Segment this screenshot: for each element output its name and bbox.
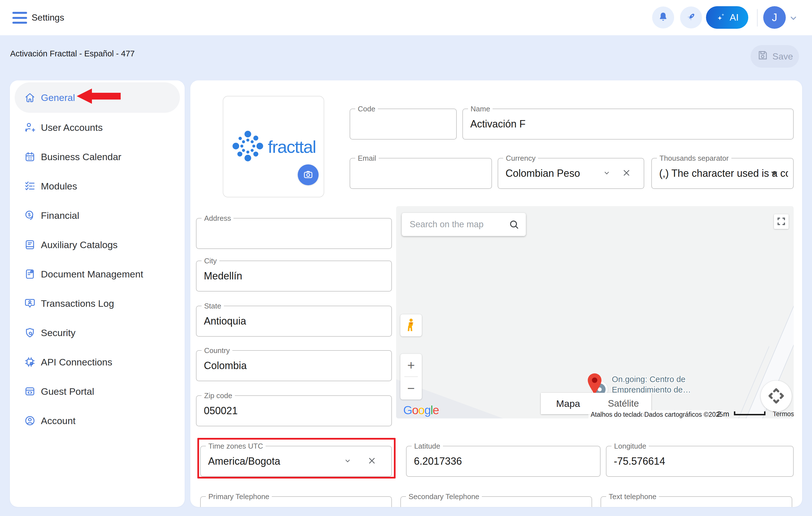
avatar[interactable]: J [763,6,786,29]
map-search-box[interactable] [402,213,526,236]
field-value [608,497,782,507]
field-value: -75.576614 [614,446,783,476]
thousands-separator-field[interactable]: Thousands separator (,) The character us… [651,158,794,189]
marker-label-line1: On.going: Centro de [612,374,691,384]
chevron-down-icon[interactable] [603,169,611,178]
sidebar-item-document-management[interactable]: Document Management [10,259,185,289]
map-marker-label[interactable]: On.going: Centro de Emprendimiento de… [612,374,691,395]
person-circle-icon [24,415,36,427]
map-data-attribution: Dados cartográficos ©2025 [642,410,725,419]
upload-photo-button[interactable] [298,164,319,185]
page-title: Settings [32,0,64,35]
clear-icon[interactable] [622,168,631,179]
text-telephone-field[interactable]: Text telephone [601,496,792,507]
rocket-icon [685,11,697,24]
longitude-field[interactable]: Longitude -75.576614 [606,446,794,477]
clear-icon[interactable] [367,456,377,467]
sidebar-item-security[interactable]: Security [10,318,185,347]
field-value: Activación F [470,109,783,139]
country-field[interactable]: Country Colombia [196,350,392,381]
camera-icon [302,169,314,181]
sidebar-item-label: Financial [41,210,79,221]
sidebar-item-transactions-log[interactable]: Transactions Log [10,289,185,318]
avatar-initial: J [772,11,777,24]
bell-icon [658,11,669,24]
menu-icon[interactable] [12,11,28,25]
field-value [408,497,581,507]
sidebar-item-business-calendar[interactable]: Business Calendar [10,142,185,171]
save-label: Save [773,51,793,62]
ai-label: AI [730,12,739,23]
pegman-icon [405,318,417,333]
chip-icon [24,356,36,368]
field-value: (,) The character used is a comma [659,159,788,188]
general-settings-panel: fracttal Code Name Activación F Email Cu… [190,80,802,507]
sparkles-icon [716,11,727,24]
latitude-field[interactable]: Latitude 6.2017336 [406,446,601,477]
sidebar-item-api-connections[interactable]: API Connections [10,347,185,377]
field-value: Colombia [204,351,381,381]
sidebar-item-account[interactable]: Account [10,406,185,435]
name-field[interactable]: Name Activación F [462,109,794,140]
sidebar-item-label: Account [41,415,76,426]
pegman-control[interactable] [400,314,422,336]
notifications-button[interactable] [652,6,674,28]
breadcrumb: Activación Fracttal - Español - 477 [10,35,135,72]
keyboard-shortcuts-link[interactable]: Atalhos do teclado [588,410,646,419]
whats-new-button[interactable] [680,6,702,28]
select-caret-icon[interactable] [771,172,777,176]
google-logo[interactable]: Google [403,403,439,417]
map-scale-label: 2 m [717,410,729,419]
pan-arrows-icon [766,386,786,407]
settings-sidebar: General User Accounts Business Calendar … [10,80,185,507]
field-value [204,219,381,249]
field-value [357,159,481,188]
currency-field[interactable]: Currency Colombian Peso [498,158,644,189]
field-value [208,497,381,507]
timezone-field[interactable]: Time zones UTC America/Bogota [200,446,392,477]
field-value [357,109,446,139]
chevron-down-icon[interactable] [789,13,798,24]
sidebar-item-financial[interactable]: $ Financial [10,201,185,230]
map-search-input[interactable] [410,213,503,236]
sidebar-item-modules[interactable]: Modules [10,171,185,201]
sidebar-item-label: Modules [41,181,77,192]
search-icon[interactable] [509,219,520,231]
field-value: Antioquia [204,306,381,336]
field-value: America/Bogota [208,446,338,476]
code-field[interactable]: Code [350,109,457,140]
address-field[interactable]: Address [196,218,392,249]
zip-code-field[interactable]: Zip code 050021 [196,395,392,426]
state-field[interactable]: State Antioquia [196,306,392,337]
map-fullscreen-button[interactable] [774,214,789,229]
fullscreen-icon [776,216,786,227]
map-type-map-button[interactable]: Mapa [541,393,596,414]
chevron-down-icon[interactable] [343,457,352,466]
field-value: Medellín [204,261,381,291]
zoom-in-button[interactable]: + [400,354,422,376]
field-value: 6.2017336 [414,446,590,476]
sidebar-item-label: Security [41,327,76,338]
sidebar-item-general[interactable]: General [14,82,180,113]
primary-telephone-field[interactable]: Primary Telephone [200,496,392,507]
sidebar-item-auxiliary-catalogs[interactable]: Auxiliary Catalogs [10,230,185,259]
save-button[interactable]: Save [751,45,799,68]
field-value: Colombian Peso [505,159,596,188]
sidebar-item-label: Guest Portal [41,386,94,397]
shield-icon [24,327,36,339]
sidebar-item-guest-portal[interactable]: Guest Portal [10,377,185,406]
city-field[interactable]: City Medellín [196,261,392,291]
user-add-icon [24,121,36,133]
zoom-out-button[interactable]: − [400,377,422,400]
field-value: 050021 [204,396,381,426]
save-floppy-icon [757,49,768,63]
map-scale-bar [734,411,765,415]
sidebar-item-label: General [41,92,75,103]
ai-assistant-button[interactable]: AI [706,6,748,29]
secondary-telephone-field[interactable]: Secondary Telephone [400,496,592,507]
sidebar-item-user-accounts[interactable]: User Accounts [10,113,185,142]
google-map[interactable]: + − On.going: Centro de Emprendimiento d… [396,206,794,419]
map-pan-control[interactable] [761,381,792,412]
sidebar-item-label: Business Calendar [41,151,121,163]
email-field[interactable]: Email [350,158,492,189]
